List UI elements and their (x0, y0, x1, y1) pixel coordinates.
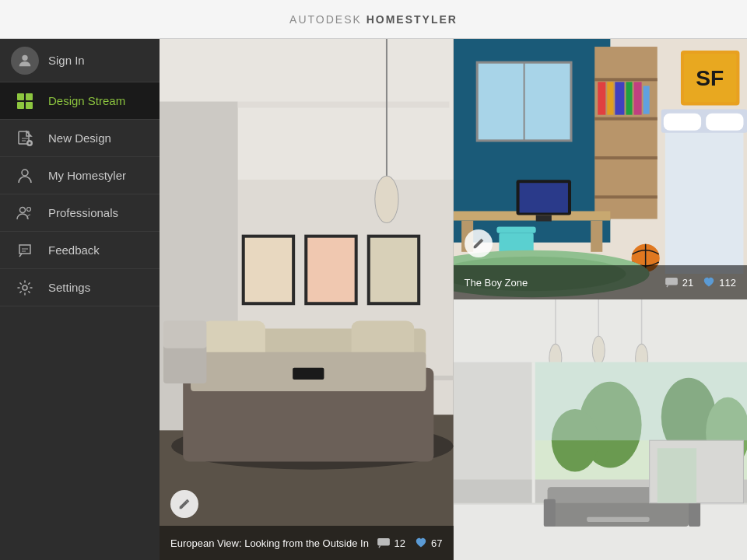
svg-rect-58 (519, 183, 567, 212)
svg-rect-50 (633, 82, 641, 114)
svg-point-8 (20, 207, 26, 212)
svg-point-0 (22, 54, 27, 60)
svg-point-10 (23, 285, 27, 290)
my-homestyler-icon (14, 165, 36, 187)
svg-rect-96 (657, 448, 696, 502)
edit-badge (170, 490, 198, 518)
svg-rect-42 (594, 78, 658, 81)
design-card-boyzone[interactable]: SF The Boy Zone 21 (454, 39, 748, 299)
signin-label: Sign In (48, 54, 85, 67)
svg-rect-56 (591, 221, 602, 252)
svg-point-9 (27, 207, 31, 211)
svg-rect-16 (238, 102, 450, 108)
edit-badge-boyzone (465, 229, 493, 257)
svg-rect-19 (245, 238, 292, 303)
svg-rect-60 (496, 227, 535, 233)
svg-rect-85 (531, 362, 747, 441)
comment-count: 12 (395, 537, 405, 549)
professionals-icon (14, 202, 36, 224)
svg-rect-67 (706, 114, 743, 131)
card-stats: 12 67 (377, 537, 443, 549)
comment-count: 21 (682, 277, 693, 289)
comment-stat: 12 (377, 537, 405, 549)
svg-rect-92 (543, 499, 555, 527)
sidebar-item-professionals[interactable]: Professionals (0, 194, 160, 232)
svg-rect-1 (17, 93, 24, 100)
sidebar-item-label: Professionals (48, 206, 118, 219)
card-stats: 21 112 (665, 277, 736, 289)
svg-point-78 (592, 336, 605, 364)
svg-rect-71 (665, 278, 678, 285)
new-design-icon (14, 128, 36, 149)
header: AUTODESK HOMESTYLER (0, 0, 747, 39)
svg-rect-34 (293, 368, 324, 380)
feedback-icon (14, 240, 36, 261)
sidebar-signin[interactable]: Sign In (0, 39, 160, 82)
main-content: European View: Looking from the Outside … (160, 39, 747, 560)
like-stat: 67 (415, 537, 442, 549)
sidebar-item-label: Feedback (48, 243, 100, 257)
svg-rect-33 (163, 320, 206, 348)
sidebar-item-settings[interactable]: Settings (0, 269, 160, 306)
svg-rect-4 (26, 102, 33, 109)
design-stream-icon (14, 90, 36, 112)
svg-point-7 (22, 170, 28, 176)
svg-rect-51 (643, 86, 649, 114)
settings-icon (14, 277, 36, 299)
sidebar-item-label: Settings (48, 281, 90, 294)
like-count: 112 (719, 277, 736, 289)
comment-stat: 21 (665, 277, 693, 289)
design-card-modern[interactable] (454, 299, 748, 560)
svg-rect-97 (531, 362, 535, 503)
svg-rect-47 (607, 82, 613, 114)
like-stat: 112 (703, 277, 736, 289)
sidebar-item-new-design[interactable]: New Design (0, 120, 160, 157)
card-title: The Boy Zone (465, 277, 658, 289)
design-card-bedroom[interactable]: European View: Looking from the Outside … (160, 39, 454, 560)
svg-text:SF: SF (696, 65, 724, 90)
app-title: AUTODESK HOMESTYLER (289, 13, 458, 26)
svg-rect-41 (594, 47, 658, 219)
svg-rect-48 (615, 82, 624, 114)
svg-rect-49 (626, 82, 632, 114)
sidebar-item-label: New Design (48, 131, 111, 145)
svg-rect-21 (307, 238, 354, 303)
svg-rect-94 (587, 517, 650, 522)
svg-point-31 (375, 176, 398, 222)
svg-rect-35 (377, 538, 390, 546)
svg-rect-32 (163, 345, 206, 383)
svg-rect-46 (598, 82, 605, 114)
svg-rect-23 (370, 238, 417, 303)
svg-rect-2 (26, 93, 33, 100)
sidebar: Sign In Design Stream New Design (0, 39, 160, 560)
sidebar-item-design-stream[interactable]: Design Stream (0, 82, 160, 120)
svg-rect-64 (665, 117, 743, 274)
svg-rect-59 (535, 215, 551, 221)
sidebar-item-feedback[interactable]: Feedback (0, 232, 160, 269)
sidebar-item-label: My Homestyler (48, 169, 126, 182)
svg-rect-45 (594, 195, 658, 198)
svg-rect-44 (594, 156, 658, 159)
card-overlay-boyzone: The Boy Zone 21 112 (454, 265, 748, 299)
avatar (11, 47, 39, 75)
card-overlay-bedroom: European View: Looking from the Outside … (160, 526, 454, 560)
svg-rect-66 (663, 114, 700, 131)
sidebar-item-label: Design Stream (48, 94, 125, 107)
svg-rect-3 (17, 102, 24, 109)
sidebar-item-my-homestyler[interactable]: My Homestyler (0, 157, 160, 194)
svg-rect-43 (594, 117, 658, 121)
like-count: 67 (431, 537, 442, 549)
card-title: European View: Looking from the Outside … (170, 537, 370, 549)
